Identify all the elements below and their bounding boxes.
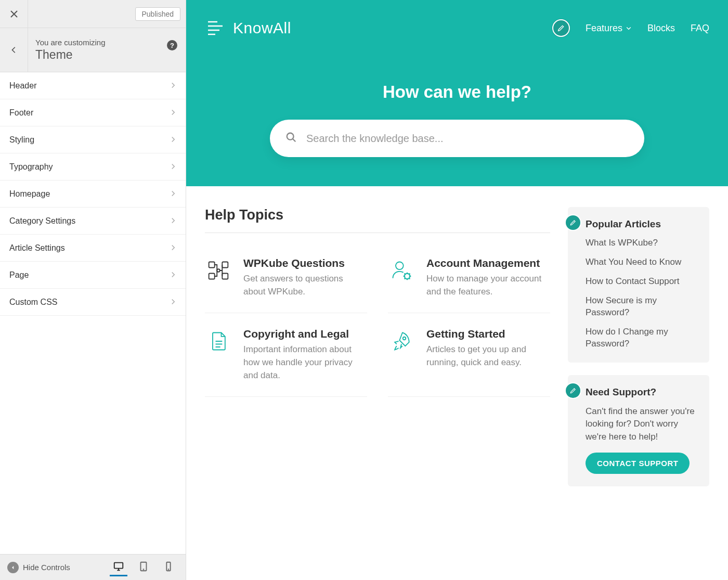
svg-point-13: [403, 337, 406, 340]
svg-point-4: [168, 569, 169, 570]
svg-rect-0: [114, 563, 123, 569]
sidebar-item-category-settings[interactable]: Category Settings: [0, 208, 186, 235]
chevron-right-icon: [170, 216, 176, 226]
site-preview: KnowAll Features Blocks FAQ How can we h…: [186, 0, 728, 580]
collapse-left-icon: [7, 562, 19, 573]
svg-point-2: [144, 569, 144, 570]
topic-card[interactable]: Copyright and Legal Important informatio…: [205, 313, 367, 397]
svg-rect-7: [222, 262, 228, 268]
chevron-left-icon: [10, 46, 18, 54]
sidebar-item-footer[interactable]: Footer: [0, 99, 186, 126]
topic-desc: Important information about how we handl…: [243, 343, 367, 382]
brand[interactable]: KnowAll: [205, 18, 291, 38]
close-button[interactable]: [0, 0, 28, 28]
sidebar-item-label: Page: [9, 270, 29, 280]
device-mobile-button[interactable]: [160, 559, 177, 576]
search-input[interactable]: [306, 133, 629, 145]
widget-title: Need Support?: [586, 386, 698, 398]
nav-link-features[interactable]: Features: [586, 23, 632, 34]
help-button[interactable]: ?: [167, 40, 177, 50]
pencil-icon: [569, 387, 577, 394]
sidebar-bottombar: Hide Controls: [0, 554, 186, 580]
widget-title: Popular Articles: [586, 218, 698, 230]
sidebar-item-label: Category Settings: [9, 216, 75, 226]
nav-link-faq[interactable]: FAQ: [691, 23, 709, 34]
popular-item[interactable]: What You Need to Know: [586, 256, 698, 268]
close-icon: [10, 10, 18, 18]
contact-support-button[interactable]: CONTACT SUPPORT: [586, 453, 690, 474]
side-column: Popular Articles What Is WPKube? What Yo…: [568, 207, 709, 499]
customizer-sidebar: Published You are customizing Theme ? He…: [0, 0, 186, 580]
hero-center: How can we help?: [186, 82, 728, 157]
search-bar[interactable]: [270, 120, 644, 157]
site-nav: KnowAll Features Blocks FAQ: [186, 0, 728, 38]
sidebar-item-styling[interactable]: Styling: [0, 126, 186, 153]
svg-rect-8: [209, 274, 215, 279]
device-desktop-button[interactable]: [110, 559, 127, 576]
device-tablet-button[interactable]: [135, 559, 152, 576]
sidebar-item-label: Typography: [9, 162, 53, 172]
document-icon: [205, 328, 232, 355]
back-button[interactable]: [0, 28, 28, 72]
svg-point-5: [287, 133, 294, 140]
hide-controls-label: Hide Controls: [23, 563, 70, 572]
edit-shortcut-nav[interactable]: [552, 19, 570, 37]
popular-item[interactable]: How to Contact Support: [586, 276, 698, 288]
popular-item[interactable]: How do I Change my Password?: [586, 326, 698, 350]
hide-controls-button[interactable]: Hide Controls: [4, 560, 73, 575]
sidebar-item-label: Header: [9, 81, 36, 91]
user-gear-icon: [388, 257, 415, 284]
pencil-icon: [569, 219, 577, 226]
svg-rect-9: [222, 274, 228, 279]
sidebar-sections-list: Header Footer Styling Typography Homepag…: [0, 72, 186, 554]
chevron-right-icon: [170, 81, 176, 91]
tablet-icon: [138, 561, 149, 572]
sidebar-item-custom-css[interactable]: Custom CSS: [0, 289, 186, 316]
sidebar-item-article-settings[interactable]: Article Settings: [0, 235, 186, 262]
sidebar-topbar: Published: [0, 0, 186, 28]
widget-popular-articles: Popular Articles What Is WPKube? What Yo…: [568, 207, 709, 363]
chevron-right-icon: [170, 189, 176, 199]
publish-state-badge[interactable]: Published: [135, 7, 181, 21]
popular-item[interactable]: How Secure is my Password?: [586, 295, 698, 319]
edit-shortcut-widget[interactable]: [565, 214, 581, 231]
sidebar-item-header[interactable]: Header: [0, 72, 186, 99]
nav-right: Features Blocks FAQ: [552, 19, 709, 37]
sidebar-item-typography[interactable]: Typography: [0, 153, 186, 181]
topic-card[interactable]: Getting Started Articles to get you up a…: [388, 313, 550, 397]
nav-link-label: Features: [586, 23, 622, 34]
popular-item[interactable]: What Is WPKube?: [586, 237, 698, 249]
topic-title: Account Management: [426, 257, 550, 269]
main-column: Help Topics WPKube Questions Get answers…: [205, 207, 550, 499]
topic-title: Getting Started: [426, 328, 550, 340]
sidebar-item-label: Footer: [9, 108, 33, 118]
chevron-right-icon: [170, 270, 176, 280]
chevron-right-icon: [170, 108, 176, 118]
sidebar-item-label: Custom CSS: [9, 298, 57, 307]
hero-title: How can we help?: [186, 82, 728, 102]
popular-list: What Is WPKube? What You Need to Know Ho…: [586, 237, 698, 350]
topic-card[interactable]: WPKube Questions Get answers to question…: [205, 242, 367, 313]
topic-card[interactable]: Account Management How to manage your ac…: [388, 242, 550, 313]
sidebar-item-homepage[interactable]: Homepage: [0, 181, 186, 208]
topic-title: Copyright and Legal: [243, 328, 367, 340]
topic-title: WPKube Questions: [243, 257, 367, 269]
sidebar-context: You are customizing Theme ?: [0, 28, 186, 72]
topic-grid: WPKube Questions Get answers to question…: [205, 242, 550, 397]
svg-rect-6: [209, 262, 215, 268]
svg-point-11: [396, 262, 404, 270]
edit-shortcut-widget[interactable]: [565, 382, 581, 399]
mobile-icon: [163, 561, 174, 572]
chevron-right-icon: [170, 298, 176, 307]
nav-link-blocks[interactable]: Blocks: [647, 23, 675, 34]
desktop-icon: [113, 561, 124, 572]
chevron-right-icon: [170, 243, 176, 253]
customizing-label: You are customizing: [35, 38, 178, 47]
topic-desc: Get answers to questions about WPKube.: [243, 273, 367, 298]
sidebar-item-label: Homepage: [9, 189, 50, 199]
device-preview-switcher: [110, 559, 181, 576]
brand-name: KnowAll: [233, 19, 291, 37]
sidebar-item-page[interactable]: Page: [0, 262, 186, 289]
brand-logo-icon: [205, 18, 226, 38]
pencil-icon: [557, 24, 565, 32]
